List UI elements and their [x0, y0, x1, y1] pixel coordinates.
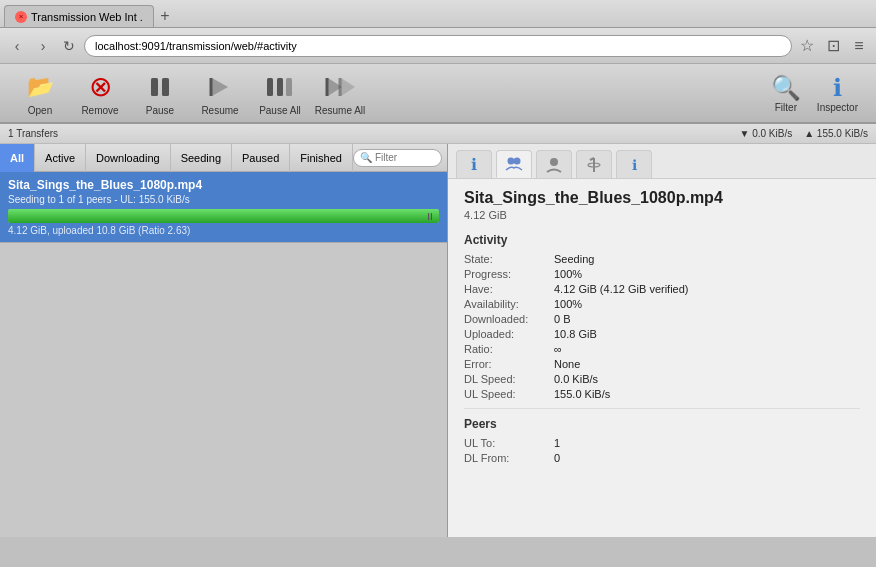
search-icon: 🔍 — [360, 152, 372, 163]
open-icon: 📂 — [24, 71, 56, 103]
pause-icon — [144, 71, 176, 103]
open-label: Open — [28, 105, 52, 116]
tab-label: Transmission Web Int . — [31, 11, 143, 23]
inspector-tab-user[interactable] — [536, 150, 572, 178]
remove-icon: ⊗ — [84, 71, 116, 103]
filter-input[interactable] — [375, 152, 435, 163]
field-label: Error: — [464, 358, 554, 370]
activity-row: UL Speed:155.0 KiB/s — [464, 388, 860, 400]
activity-row: State:Seeding — [464, 253, 860, 265]
pause-all-label: Pause All — [259, 105, 301, 116]
back-button[interactable]: ‹ — [6, 35, 28, 57]
field-value: 4.12 GiB (4.12 GiB verified) — [554, 283, 689, 295]
inspector-button[interactable]: ℹ Inspector — [809, 70, 866, 117]
menu-icon[interactable]: ≡ — [848, 35, 870, 57]
resume-all-icon — [324, 71, 356, 103]
remove-label: Remove — [81, 105, 118, 116]
tab-paused[interactable]: Paused — [232, 144, 290, 172]
inspector-torrent-size: 4.12 GiB — [464, 209, 860, 221]
torrent-status: Seeding to 1 of 1 peers - UL: 155.0 KiB/… — [8, 194, 439, 205]
field-label: Uploaded: — [464, 328, 554, 340]
svg-rect-1 — [162, 78, 169, 96]
tab-all[interactable]: All — [0, 144, 35, 172]
inspector-label: Inspector — [817, 102, 858, 113]
resume-all-label: Resume All — [315, 105, 366, 116]
inspector-content: Sita_Sings_the_Blues_1080p.mp4 4.12 GiB … — [448, 179, 876, 537]
pause-all-button[interactable]: Pause All — [250, 67, 310, 120]
field-value: 0 — [554, 452, 560, 464]
dl-speed-value: ▼ 0.0 KiB/s — [739, 128, 792, 139]
forward-button[interactable]: › — [32, 35, 54, 57]
left-panel: All Active Downloading Seeding Paused Fi… — [0, 144, 448, 537]
field-value: 10.8 GiB — [554, 328, 597, 340]
ul-speed: ▲ 155.0 KiB/s — [804, 128, 868, 139]
progress-bar-fill — [8, 209, 439, 223]
field-value: 0.0 KiB/s — [554, 373, 598, 385]
field-value: None — [554, 358, 580, 370]
field-label: Have: — [464, 283, 554, 295]
activity-row: Uploaded:10.8 GiB — [464, 328, 860, 340]
filter-label: Filter — [775, 102, 797, 113]
pause-button[interactable]: Pause — [130, 67, 190, 120]
reload-button[interactable]: ↻ — [58, 35, 80, 57]
tab-seeding[interactable]: Seeding — [171, 144, 232, 172]
new-tab-button[interactable]: + — [154, 5, 176, 27]
field-label: Ratio: — [464, 343, 554, 355]
inspector-tab-info[interactable]: ℹ — [456, 150, 492, 178]
filter-search-box: 🔍 — [353, 149, 442, 167]
activity-row: Downloaded:0 B — [464, 313, 860, 325]
remove-button[interactable]: ⊗ Remove — [70, 67, 130, 120]
field-label: Availability: — [464, 298, 554, 310]
field-label: UL To: — [464, 437, 554, 449]
tab-downloading[interactable]: Downloading — [86, 144, 171, 172]
torrent-info: 4.12 GiB, uploaded 10.8 GiB (Ratio 2.63) — [8, 225, 439, 236]
activity-section-title: Activity — [464, 233, 860, 247]
url-input[interactable] — [84, 35, 792, 57]
field-value: 155.0 KiB/s — [554, 388, 610, 400]
svg-marker-2 — [212, 78, 228, 96]
inspector-tab-bar: ℹ ℹ — [448, 144, 876, 179]
inspector-panel: ℹ ℹ — [448, 144, 876, 537]
inspector-tab-tracker[interactable] — [576, 150, 612, 178]
activity-row: DL Speed:0.0 KiB/s — [464, 373, 860, 385]
torrent-name: Sita_Sings_the_Blues_1080p.mp4 — [8, 178, 439, 192]
app-toolbar: 📂 Open ⊗ Remove Pause Resume — [0, 64, 876, 124]
tab-finished[interactable]: Finished — [290, 144, 353, 172]
field-label: UL Speed: — [464, 388, 554, 400]
field-label: State: — [464, 253, 554, 265]
svg-rect-7 — [286, 78, 292, 96]
torrent-item[interactable]: Sita_Sings_the_Blues_1080p.mp4 Seeding t… — [0, 172, 447, 243]
svg-point-13 — [514, 158, 521, 165]
svg-point-14 — [550, 158, 558, 166]
open-button[interactable]: 📂 Open — [10, 67, 70, 120]
bookmark-icon[interactable]: ☆ — [796, 35, 818, 57]
tracker-icon — [585, 156, 603, 174]
field-label: DL Speed: — [464, 373, 554, 385]
inspector-tab-info2[interactable]: ℹ — [616, 150, 652, 178]
activity-row: Have:4.12 GiB (4.12 GiB verified) — [464, 283, 860, 295]
ul-speed-value: ▲ 155.0 KiB/s — [804, 128, 868, 139]
field-value: ∞ — [554, 343, 562, 355]
field-value: Seeding — [554, 253, 594, 265]
peers-activity-icon — [505, 155, 523, 173]
field-label: Downloaded: — [464, 313, 554, 325]
inspector-icon: ℹ — [833, 74, 842, 102]
tab-bar: × Transmission Web Int . + — [0, 0, 876, 28]
pause-label: Pause — [146, 105, 174, 116]
fullscreen-icon[interactable]: ⊡ — [822, 35, 844, 57]
tab-close-icon[interactable]: × — [15, 11, 27, 23]
activity-row: Error:None — [464, 358, 860, 370]
torrent-list: Sita_Sings_the_Blues_1080p.mp4 Seeding t… — [0, 172, 447, 537]
filter-icon: 🔍 — [771, 74, 801, 102]
active-tab[interactable]: × Transmission Web Int . — [4, 5, 154, 27]
resume-button[interactable]: Resume — [190, 67, 250, 120]
inspector-tab-peers-activity[interactable] — [496, 150, 532, 178]
filter-button[interactable]: 🔍 Filter — [763, 70, 809, 117]
field-value: 100% — [554, 268, 582, 280]
svg-point-12 — [508, 158, 515, 165]
resume-all-button[interactable]: Resume All — [310, 67, 370, 120]
peers-row: DL From:0 — [464, 452, 860, 464]
activity-fields: State:SeedingProgress:100%Have:4.12 GiB … — [464, 253, 860, 400]
field-value: 100% — [554, 298, 582, 310]
tab-active[interactable]: Active — [35, 144, 86, 172]
